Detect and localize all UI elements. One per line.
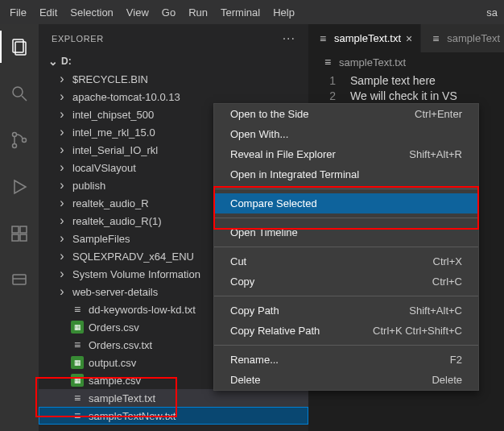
tab-label: sampleText — [447, 32, 500, 44]
menu-item-label: Copy — [230, 276, 254, 288]
file-label: Orders.csv — [89, 321, 139, 334]
menu-item-shortcut: Shift+Alt+C — [409, 305, 462, 317]
tree-folder[interactable]: $RECYCLE.BIN — [39, 70, 308, 88]
context-menu-item[interactable]: DeleteDelete — [214, 370, 478, 390]
file-icon — [71, 392, 84, 404]
svg-rect-10 — [20, 234, 27, 241]
svg-rect-8 — [12, 226, 19, 233]
explorer-header: EXPLORER ··· — [39, 24, 308, 52]
menu-item-label: Delete — [230, 374, 261, 386]
close-icon[interactable]: × — [406, 33, 412, 44]
menu-item-shortcut: Ctrl+Enter — [415, 108, 462, 120]
tab-label: sampleText.txt — [334, 32, 401, 44]
context-menu-item[interactable]: Open Timeline — [214, 222, 478, 242]
activity-run-debug-icon[interactable] — [0, 171, 39, 203]
menu-separator — [214, 247, 478, 247]
line-number: 1 — [321, 73, 336, 89]
title-fragment: sa — [486, 6, 501, 19]
svg-point-2 — [13, 87, 23, 97]
menu-item-shortcut: Ctrl+C — [432, 276, 462, 288]
chevron-right-icon — [56, 126, 68, 139]
chevron-right-icon — [56, 90, 68, 103]
menu-item-label: Open With... — [230, 128, 288, 140]
context-menu-item[interactable]: Copy Relative PathCtrl+K Ctrl+Shift+C — [214, 321, 478, 341]
menu-view[interactable]: View — [120, 0, 155, 24]
activity-extensions-icon[interactable] — [0, 218, 39, 250]
menu-separator — [214, 218, 478, 218]
file-icon — [71, 338, 84, 351]
folder-label: apache-tomcat-10.0.13 — [72, 91, 180, 103]
folder-label: intel_chipset_500 — [72, 109, 154, 121]
file-label: output.csv — [89, 357, 136, 369]
file-label: dd-keywords-low-kd.txt — [89, 304, 196, 316]
context-menu-item[interactable]: Open With... — [214, 124, 478, 144]
folder-label: publish — [72, 180, 105, 192]
breadcrumb-label: sampleText.txt — [339, 56, 406, 68]
menu-edit[interactable]: Edit — [33, 0, 64, 24]
tab-active[interactable]: sampleText.txt × — [308, 24, 421, 52]
menu-item-shortcut: Shift+Alt+R — [409, 148, 462, 160]
chevron-right-icon — [56, 161, 68, 174]
file-icon — [429, 32, 442, 45]
chevron-down-icon — [48, 55, 58, 68]
file-icon — [316, 32, 329, 45]
tree-file[interactable]: sampleTextNew.txt — [39, 407, 308, 425]
file-icon — [71, 356, 84, 369]
explorer-title: EXPLORER — [52, 34, 104, 44]
menu-item-label: Copy Relative Path — [230, 325, 320, 337]
editor-tabs: sampleText.txt × sampleText — [308, 24, 504, 52]
file-label: sampleTextNew.txt — [89, 410, 176, 422]
menu-item-shortcut: Ctrl+X — [433, 255, 462, 267]
svg-rect-11 — [20, 226, 27, 233]
activity-remote-icon[interactable] — [0, 264, 39, 296]
activity-search-icon[interactable] — [0, 77, 39, 110]
menu-terminal[interactable]: Terminal — [214, 0, 266, 24]
chevron-right-icon — [56, 232, 68, 245]
folder-label: SampleFiles — [72, 233, 130, 245]
svg-rect-9 — [12, 234, 19, 241]
svg-point-5 — [13, 144, 17, 148]
file-label: sample.csv — [89, 375, 141, 387]
file-icon — [321, 56, 334, 68]
file-label: Orders.csv.txt — [89, 339, 152, 351]
menu-selection[interactable]: Selection — [64, 0, 119, 24]
folder-label: realtek_audio_R(1) — [72, 215, 162, 227]
context-menu-item[interactable]: Rename...F2 — [214, 350, 478, 370]
activity-explorer-icon[interactable] — [0, 31, 39, 63]
activity-source-control-icon[interactable] — [0, 124, 39, 156]
menu-item-label: Open in Integrated Terminal — [230, 168, 359, 180]
context-menu-item[interactable]: Compare Selected — [214, 193, 478, 213]
menu-separator — [214, 296, 478, 296]
folder-label: realtek_audio_R — [72, 197, 149, 209]
file-icon — [71, 409, 84, 422]
folder-label: System Volume Information — [72, 268, 200, 280]
menu-item-label: Copy Path — [230, 305, 279, 317]
tab-inactive[interactable]: sampleText — [421, 24, 504, 52]
svg-point-4 — [13, 133, 17, 137]
activity-bar — [0, 24, 39, 431]
explorer-more-icon[interactable]: ··· — [283, 31, 295, 46]
chevron-right-icon — [56, 73, 68, 85]
context-menu-item[interactable]: Reveal in File ExplorerShift+Alt+R — [214, 144, 478, 164]
chevron-right-icon — [56, 108, 68, 121]
context-menu-item[interactable]: Copy PathShift+Alt+C — [214, 300, 478, 321]
menu-item-shortcut: Ctrl+K Ctrl+Shift+C — [373, 325, 462, 337]
menu-run[interactable]: Run — [182, 0, 214, 24]
tree-root[interactable]: D: — [39, 52, 308, 70]
tree-file[interactable]: sampleText.txt — [39, 389, 308, 407]
folder-label: localVSlayout — [72, 162, 136, 174]
breadcrumb[interactable]: sampleText.txt — [308, 52, 504, 72]
chevron-right-icon — [56, 197, 68, 209]
context-menu-item[interactable]: CutCtrl+X — [214, 251, 478, 271]
svg-rect-12 — [13, 275, 26, 284]
file-icon — [71, 321, 84, 334]
file-label: sampleText.txt — [89, 392, 155, 404]
context-menu-item[interactable]: Open in Integrated Terminal — [214, 164, 478, 184]
context-menu-item[interactable]: Open to the SideCtrl+Enter — [214, 104, 478, 124]
context-menu-item[interactable]: CopyCtrl+C — [214, 271, 478, 292]
line-text: Sample text here — [350, 73, 436, 89]
menu-file[interactable]: File — [3, 0, 33, 24]
menu-item-shortcut: F2 — [450, 354, 462, 366]
menu-help[interactable]: Help — [266, 0, 301, 24]
menu-go[interactable]: Go — [155, 0, 182, 24]
